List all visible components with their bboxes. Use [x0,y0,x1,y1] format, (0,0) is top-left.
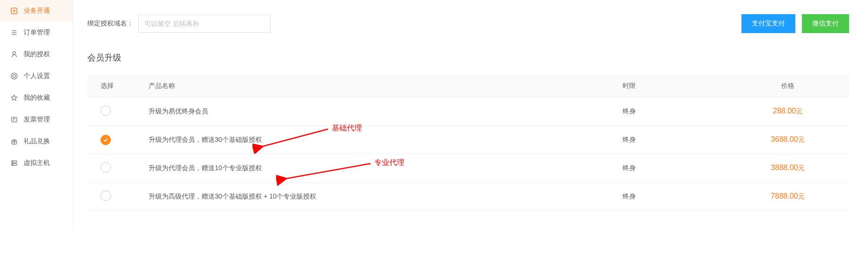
header-name: 产品名称 [149,82,623,90]
svg-point-8 [12,161,13,162]
product-price: 3688.00元 [745,135,849,144]
select-radio[interactable] [101,191,111,201]
table-row: 升级为代理会员，赠送30个基础版授权 终身 3688.00元 [87,126,849,154]
sidebar-item-label: 订单管理 [24,28,50,37]
svg-point-3 [11,73,17,79]
wechat-pay-button[interactable]: 微信支付 [802,14,849,33]
sidebar-item-label: 礼品兑换 [24,137,50,146]
sidebar-item-settings[interactable]: 个人设置 [0,65,73,87]
main-content: 绑定授权域名： 支付宝支付 微信支付 会员升级 选择 产品名称 时限 价格 升级… [73,0,868,230]
sidebar-item-label: 业务开通 [24,7,50,15]
alipay-pay-button[interactable]: 支付宝支付 [742,14,795,33]
sidebar-item-host[interactable]: 虚拟主机 [0,152,73,174]
product-price: 7888.00元 [745,192,849,201]
business-open-icon [10,7,18,15]
domain-input[interactable] [138,15,270,33]
settings-icon [10,72,18,80]
product-limit: 终身 [623,164,745,173]
select-radio[interactable] [101,162,111,173]
sidebar-item-label: 虚拟主机 [24,159,50,167]
sidebar-item-label: 我的收藏 [24,94,50,102]
header-price: 价格 [745,82,849,90]
favorite-icon [10,94,18,102]
gift-icon [10,138,18,145]
select-radio[interactable] [101,135,111,145]
product-limit: 终身 [623,192,745,201]
svg-point-9 [12,164,13,165]
section-title: 会员升级 [73,47,868,75]
sidebar-item-label: 个人设置 [24,72,50,80]
product-price: 3888.00元 [745,164,849,173]
sidebar-item-gift[interactable]: 礼品兑换 [0,130,73,152]
svg-rect-4 [12,117,17,122]
table-row: 升级为代理会员，赠送10个专业版授权 终身 3888.00元 [87,154,849,182]
table-row: 升级为易优终身会员 终身 288.00元 [87,97,849,126]
product-name: 升级为易优终身会员 [149,107,623,116]
order-icon [10,29,18,36]
sidebar-item-favorite[interactable]: 我的收藏 [0,87,73,109]
sidebar: 业务开通 订单管理 我的授权 个人设置 我的收藏 [0,0,73,230]
table-row: 升级为高级代理，赠送30个基础版授权 + 10个专业版授权 终身 7888.00… [87,182,849,211]
sidebar-item-label: 发票管理 [24,115,50,124]
product-limit: 终身 [623,136,745,144]
header-limit: 时限 [623,82,745,90]
auth-icon [10,51,18,58]
select-radio[interactable] [101,105,111,116]
sidebar-item-orders[interactable]: 订单管理 [0,22,73,43]
sidebar-item-invoice[interactable]: 发票管理 [0,109,73,130]
sidebar-item-label: 我的授权 [24,50,50,59]
product-price: 288.00元 [745,107,849,116]
invoice-icon [10,116,18,123]
svg-point-2 [13,75,16,78]
table-header: 选择 产品名称 时限 价格 [87,75,849,97]
product-name: 升级为代理会员，赠送30个基础版授权 [149,136,623,144]
header-select: 选择 [87,82,149,90]
top-row: 绑定授权域名： 支付宝支付 微信支付 [73,0,868,47]
host-icon [10,159,18,167]
product-name: 升级为代理会员，赠送10个专业版授权 [149,164,623,173]
product-limit: 终身 [623,107,745,116]
svg-point-1 [13,52,16,54]
domain-label: 绑定授权域名： [87,19,134,28]
upgrade-table: 选择 产品名称 时限 价格 升级为易优终身会员 终身 288.00元 [87,75,849,211]
sidebar-item-business-open[interactable]: 业务开通 [0,0,73,22]
sidebar-item-auth[interactable]: 我的授权 [0,43,73,65]
product-name: 升级为高级代理，赠送30个基础版授权 + 10个专业版授权 [149,192,623,201]
